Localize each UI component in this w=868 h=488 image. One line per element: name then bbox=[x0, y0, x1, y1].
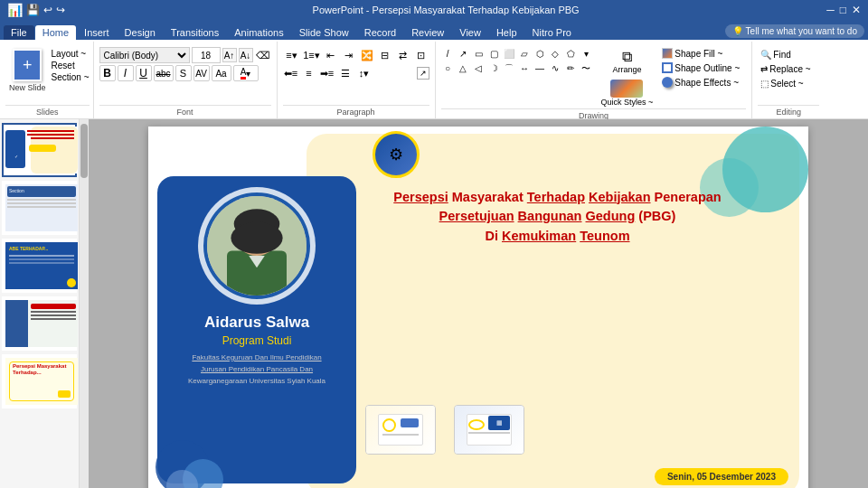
shape-rect[interactable]: ▭ bbox=[472, 47, 486, 61]
line-spacing[interactable]: ↕▾ bbox=[355, 65, 373, 81]
tab-review[interactable]: Review bbox=[404, 25, 451, 40]
decrease-indent[interactable]: ⇤ bbox=[323, 47, 339, 63]
shape-line[interactable]: / bbox=[441, 47, 455, 61]
shape-squiggle[interactable]: ∿ bbox=[549, 61, 562, 75]
find-icon: 🔍 bbox=[760, 50, 771, 60]
reset-button[interactable]: Reset bbox=[52, 61, 90, 70]
numbering-button[interactable]: 1≡▾ bbox=[303, 47, 321, 63]
shape-scribble[interactable]: 〜 bbox=[580, 61, 593, 75]
slide-thumb-5[interactable]: 5 Persepsi Masyarakat Terhadap... bbox=[2, 354, 77, 408]
tab-insert[interactable]: Insert bbox=[77, 25, 117, 40]
shape-parallelogram[interactable]: ▱ bbox=[518, 47, 532, 61]
quick-undo[interactable]: ↩ bbox=[43, 4, 52, 16]
person-silhouette bbox=[207, 196, 307, 296]
shape-rtriangle[interactable]: ◁ bbox=[472, 61, 486, 75]
slide-thumb-4[interactable]: 4 bbox=[2, 296, 77, 351]
tell-me-box[interactable]: 💡 Tell me what you want to do bbox=[725, 24, 864, 38]
clear-format-btn[interactable]: ⌫ bbox=[255, 47, 271, 63]
slide-thumb-2[interactable]: 2 Section bbox=[2, 181, 77, 235]
tab-file[interactable]: File bbox=[4, 25, 34, 40]
svg-point-4 bbox=[231, 221, 282, 253]
font-size-input[interactable]: 18 bbox=[192, 47, 221, 63]
align-left[interactable]: ⬅≡ bbox=[283, 65, 299, 81]
text-align-button[interactable]: ⊡ bbox=[413, 47, 429, 63]
shape-effects-button[interactable]: Shape Effects ~ bbox=[660, 76, 746, 89]
canvas-area: ⚙ bbox=[89, 119, 868, 488]
tab-view[interactable]: View bbox=[452, 25, 488, 40]
maximize-btn[interactable]: □ bbox=[840, 4, 846, 16]
tab-home[interactable]: Home bbox=[35, 25, 76, 40]
change-case-button[interactable]: Aa bbox=[212, 65, 231, 81]
bold-button[interactable]: B bbox=[99, 65, 116, 81]
quick-save[interactable]: 💾 bbox=[26, 4, 40, 16]
tab-record[interactable]: Record bbox=[357, 25, 403, 40]
shape-triangle[interactable]: △ bbox=[457, 61, 470, 75]
font-size-decrease[interactable]: A↓ bbox=[239, 48, 253, 62]
tab-design[interactable]: Design bbox=[118, 25, 163, 40]
select-button[interactable]: ⬚ Select ~ bbox=[758, 78, 819, 89]
minimize-btn[interactable]: ─ bbox=[826, 4, 835, 16]
font-size-increase[interactable]: A↑ bbox=[222, 48, 237, 62]
underline-button[interactable]: U bbox=[136, 65, 152, 81]
shape-freeform[interactable]: ✏ bbox=[564, 61, 578, 75]
layout-button[interactable]: Layout ~ bbox=[52, 49, 90, 59]
find-button[interactable]: 🔍 Find bbox=[758, 49, 819, 61]
drawing-group: / ↗ ▭ ▢ ⬜ ▱ ⬡ ◇ ⬠ ▾ ○ △ ◁ ☽ ⌒ ↔ — ∿ ✏ 〜 bbox=[436, 42, 753, 118]
new-slide-button[interactable]: + New Slide bbox=[5, 47, 50, 94]
section-button[interactable]: Section ~ bbox=[52, 72, 90, 82]
tab-nitropro[interactable]: Nitro Pro bbox=[525, 25, 579, 40]
char-spacing-button[interactable]: AV bbox=[193, 65, 210, 81]
tab-slideshow[interactable]: Slide Show bbox=[292, 25, 356, 40]
text-shadow-button[interactable]: S bbox=[175, 65, 192, 81]
arrange-button[interactable]: ⧉ Arrange bbox=[598, 47, 657, 76]
increase-indent[interactable]: ⇥ bbox=[341, 47, 357, 63]
quick-redo[interactable]: ↪ bbox=[56, 4, 65, 16]
tab-help[interactable]: Help bbox=[489, 25, 524, 40]
arrange-icon: ⧉ bbox=[622, 49, 632, 65]
slide-thumb-1[interactable]: 1 ✓ bbox=[2, 123, 77, 177]
slide-thumb-3[interactable]: 3 ABE TERHADAP... bbox=[2, 239, 77, 293]
italic-button[interactable]: I bbox=[118, 65, 134, 81]
shape-diamond[interactable]: ◇ bbox=[549, 47, 562, 61]
select-icon: ⬚ bbox=[760, 79, 769, 89]
text-direction-button[interactable]: ⇄ bbox=[395, 47, 411, 63]
shape-line2[interactable]: — bbox=[533, 61, 547, 75]
bullets-button[interactable]: ≡▾ bbox=[283, 47, 301, 63]
align-center[interactable]: ≡ bbox=[301, 65, 317, 81]
strikethrough-button[interactable]: abc bbox=[154, 65, 174, 81]
shape-arrow[interactable]: ↗ bbox=[457, 47, 470, 61]
shape-connector[interactable]: ↔ bbox=[518, 61, 532, 75]
title-bar: 📊 💾 ↩ ↪ PowerPoint - Persepsi Masyarakat… bbox=[0, 0, 868, 20]
replace-button[interactable]: ⇄ Replace ~ bbox=[758, 63, 819, 75]
align-right[interactable]: ➡≡ bbox=[319, 65, 335, 81]
shape-ellipse[interactable]: ○ bbox=[441, 61, 455, 75]
shape-arc[interactable]: ⌒ bbox=[503, 61, 516, 75]
shape-snip-rect[interactable]: ⬜ bbox=[503, 47, 516, 61]
shape-pentagon[interactable]: ⬠ bbox=[564, 47, 578, 61]
shape-outline-button[interactable]: Shape Outline ~ bbox=[660, 61, 746, 74]
shape-crescent[interactable]: ☽ bbox=[487, 61, 501, 75]
shape-fill-button[interactable]: Shape Fill ~ bbox=[660, 47, 746, 60]
title-teunom: Teunom bbox=[580, 229, 629, 243]
mini-thumbnails-row: ▦ bbox=[365, 405, 524, 455]
font-family-select[interactable]: Calibri (Body) bbox=[99, 47, 190, 63]
shape-cylinder[interactable]: ⬡ bbox=[533, 47, 547, 61]
shape-more[interactable]: ▾ bbox=[580, 47, 593, 61]
tab-animations[interactable]: Animations bbox=[227, 25, 290, 40]
column-button[interactable]: ⊟ bbox=[377, 47, 393, 63]
justify[interactable]: ☰ bbox=[337, 65, 354, 81]
new-slide-icon: + bbox=[13, 49, 42, 81]
editing-group-label: Editing bbox=[758, 105, 819, 117]
shape-rounded-rect[interactable]: ▢ bbox=[487, 47, 501, 61]
title-kemukiman: Kemukiman bbox=[502, 229, 576, 243]
scrollbar-thumb[interactable] bbox=[80, 124, 88, 178]
quick-styles-label: Quick Styles ~ bbox=[601, 98, 654, 107]
paragraph-expand[interactable]: ↗ bbox=[417, 67, 429, 80]
close-btn[interactable]: ✕ bbox=[852, 4, 861, 16]
quick-styles-button[interactable]: Quick Styles ~ bbox=[598, 78, 657, 108]
panel-scrollbar[interactable] bbox=[80, 119, 89, 488]
font-color-button[interactable]: A▾ bbox=[233, 65, 259, 81]
title-persepsi: Persepsi bbox=[393, 190, 448, 204]
tab-transitions[interactable]: Transitions bbox=[164, 25, 226, 40]
smart-art-button[interactable]: 🔀 bbox=[359, 47, 375, 63]
